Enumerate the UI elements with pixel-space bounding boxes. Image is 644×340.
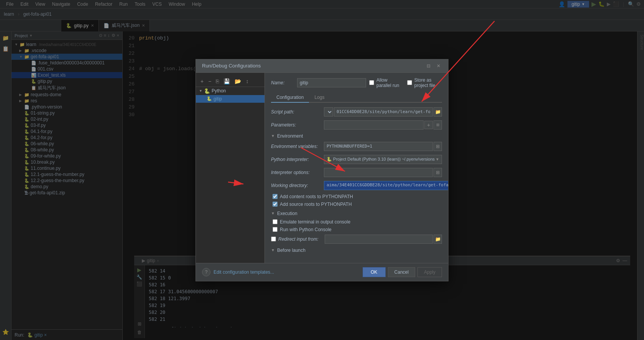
store-project-label: Store as project file	[414, 77, 442, 88]
allow-parallel-label: Allow parallel run	[376, 77, 401, 88]
redirect-input-label: Redirect input from:	[278, 237, 319, 242]
apply-button[interactable]: Apply	[417, 267, 442, 277]
python-interpreter-label: Python interpreter:	[271, 157, 321, 162]
cancel-button[interactable]: Cancel	[388, 267, 415, 277]
working-dir-field-group: aima/34E401CC6GDDBE28/site/python/learn/…	[324, 181, 448, 190]
redirect-checkbox-group: Redirect input from:	[271, 237, 322, 242]
parameters-field-group: + ⊞	[324, 120, 442, 130]
env-variables-browse-btn[interactable]: ⊞	[434, 142, 442, 151]
dialog-controls: ⊟ ✕	[425, 62, 442, 69]
store-project-checkbox-group: Store as project file	[407, 77, 442, 88]
interpreter-options-input[interactable]	[324, 168, 433, 177]
config-arrow-python: ▼	[199, 89, 202, 93]
redirect-input-browse-btn[interactable]: 📁	[434, 235, 442, 244]
execution-section[interactable]: ▼ Execution	[271, 211, 442, 216]
tab-logs[interactable]: Logs	[309, 93, 330, 102]
modal-overlay: Run/Debug Configurations ⊟ ✕ + − ⎘ 💾 📂 ↕	[0, 0, 644, 340]
redirect-input-checkbox[interactable]	[271, 237, 276, 241]
emulate-terminal-label: Emulate terminal in output console	[280, 219, 350, 225]
script-path-input-group	[324, 107, 433, 117]
tab-configuration[interactable]: Configuration	[271, 93, 309, 103]
footer-right: OK Cancel Apply	[363, 267, 442, 277]
ok-button[interactable]: OK	[363, 267, 386, 277]
script-path-browse-btn[interactable]: 📁	[434, 107, 442, 117]
run-debug-dialog: Run/Debug Configurations ⊟ ✕ + − ⎘ 💾 📂 ↕	[196, 59, 449, 281]
dialog-titlebar: Run/Debug Configurations ⊟ ✕	[196, 59, 448, 73]
dialog-body: + − ⎘ 💾 📂 ↕ ▼ 🐍 Python 🐍 gitip	[196, 73, 448, 263]
env-variables-field-group: ⊞	[324, 142, 442, 151]
config-item-gitip-label: gitip	[214, 96, 222, 102]
dialog-right-panel: Name: Allow parallel run Store as projec…	[265, 73, 448, 263]
dialog-toolbar: + − ⎘ 💾 📂 ↕	[196, 76, 264, 87]
dialog-footer: ? Edit configuration templates... OK Can…	[196, 263, 448, 281]
env-section-arrow: ▼	[271, 134, 275, 138]
parameters-input[interactable]	[324, 120, 424, 130]
exec-section-arrow: ▼	[271, 211, 275, 215]
script-path-label: Script path:	[271, 109, 321, 115]
before-launch-label: Before launch	[277, 248, 306, 253]
working-dir-input[interactable]: aima/34E401CC6GDDBE28/site/python/learn/…	[324, 181, 448, 190]
copy-config-btn[interactable]: ⎘	[214, 77, 220, 85]
remove-config-btn[interactable]: −	[207, 77, 213, 85]
python-interpreter-field[interactable]: 🐍 Project Default (Python 3.10 (learn)) …	[324, 155, 442, 164]
store-project-checkbox[interactable]	[407, 80, 412, 85]
run-with-console-checkbox[interactable]	[273, 227, 278, 232]
interpreter-options-row: Interpreter options: ⊞	[271, 168, 442, 177]
run-with-console-row: Run with Python Console	[271, 227, 442, 232]
env-variables-label: Environment variables:	[271, 144, 321, 149]
interpreter-value: 🐍 Project Default (Python 3.10 (learn)) …	[327, 157, 435, 162]
environment-section[interactable]: ▼ Environment	[271, 133, 442, 139]
emulate-terminal-checkbox[interactable]	[273, 219, 278, 224]
interpreter-options-field-group: ⊞	[324, 168, 442, 177]
python-section-icon: 🐍	[204, 88, 210, 94]
parameters-browse-btn[interactable]: ⊞	[434, 120, 442, 130]
add-config-btn[interactable]: +	[199, 77, 205, 85]
config-item-gitip[interactable]: 🐍 gitip	[196, 95, 264, 103]
add-content-roots-checkbox[interactable]	[273, 194, 278, 199]
add-content-roots-label: Add content roots to PYTHONPATH	[280, 194, 353, 199]
allow-parallel-checkbox-group: Allow parallel run	[369, 77, 401, 88]
redirect-input-input[interactable]	[325, 235, 433, 244]
save-config-btn[interactable]: 💾	[222, 77, 232, 85]
add-source-roots-row: Add source roots to PYTHONPATH	[271, 202, 442, 207]
working-dir-row: Working directory: aima/34E401CC6GDDBE28…	[271, 181, 442, 190]
name-field-input[interactable]	[297, 78, 366, 87]
python-section-label: Python	[212, 88, 226, 94]
add-source-roots-label: Add source roots to PYTHONPATH	[280, 202, 352, 207]
python-interpreter-row: Python interpreter: 🐍 Project Default (P…	[271, 155, 442, 164]
dialog-left-panel: + − ⎘ 💾 📂 ↕ ▼ 🐍 Python 🐍 gitip	[196, 73, 265, 263]
config-item-gitip-icon: 🐍	[207, 96, 212, 101]
move-config-btn[interactable]: 📂	[233, 77, 243, 85]
interpreter-options-label: Interpreter options:	[271, 170, 321, 175]
dialog-close-btn[interactable]: ✕	[435, 62, 442, 69]
add-source-roots-checkbox[interactable]	[273, 202, 278, 207]
name-row: Name: Allow parallel run Store as projec…	[271, 77, 442, 88]
edit-templates-link[interactable]: Edit configuration templates...	[214, 269, 274, 275]
dialog-title: Run/Debug Configurations	[202, 63, 261, 69]
allow-parallel-checkbox[interactable]	[369, 80, 374, 85]
dialog-minimize-btn[interactable]: ⊟	[425, 62, 432, 69]
name-checkbox-group: Allow parallel run Store as project file	[369, 77, 442, 88]
interpreter-dropdown-icon: ▼	[435, 157, 439, 161]
script-path-type-select[interactable]	[324, 107, 333, 117]
before-launch-section[interactable]: ▼ Before launch	[271, 248, 442, 253]
run-with-console-label: Run with Python Console	[280, 227, 332, 232]
script-path-field-group: 📁	[324, 107, 442, 117]
help-btn[interactable]: ?	[202, 268, 210, 276]
parameters-label: Parameters:	[271, 122, 321, 128]
env-variables-input[interactable]	[324, 142, 433, 151]
exec-section-label: Execution	[277, 211, 297, 216]
add-content-roots-row: Add content roots to PYTHONPATH	[271, 194, 442, 199]
parameters-add-btn[interactable]: +	[424, 121, 433, 129]
redirect-input-field-group: 📁	[325, 235, 442, 244]
env-section-label: Environment	[277, 133, 303, 139]
sort-config-btn[interactable]: ↕	[244, 77, 250, 85]
script-path-input[interactable]	[334, 107, 433, 117]
parameters-row: Parameters: + ⊞	[271, 120, 442, 130]
redirect-input-row: Redirect input from: 📁	[271, 235, 442, 244]
interpreter-options-browse-btn[interactable]: ⊞	[434, 168, 442, 177]
dialog-tabs: Configuration Logs	[271, 93, 442, 103]
script-path-row: Script path: 📁	[271, 107, 442, 117]
env-variables-row: Environment variables: ⊞	[271, 142, 442, 151]
config-section-python: ▼ 🐍 Python	[196, 87, 264, 95]
